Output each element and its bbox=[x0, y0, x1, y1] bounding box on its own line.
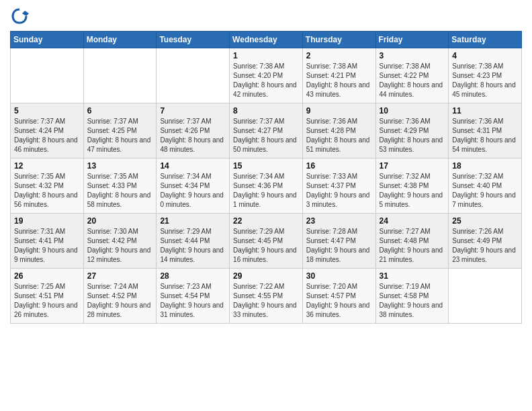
day-info: Sunrise: 7:34 AM Sunset: 4:34 PM Dayligh… bbox=[160, 172, 226, 210]
weekday-header-monday: Monday bbox=[83, 32, 157, 48]
day-info: Sunrise: 7:38 AM Sunset: 4:20 PM Dayligh… bbox=[233, 62, 299, 99]
day-number: 27 bbox=[87, 271, 153, 281]
day-number: 28 bbox=[160, 271, 226, 281]
weekday-header-friday: Friday bbox=[375, 32, 449, 48]
calendar-cell: 25Sunrise: 7:26 AM Sunset: 4:49 PM Dayli… bbox=[449, 214, 522, 269]
day-number: 23 bbox=[306, 216, 372, 226]
calendar-cell: 24Sunrise: 7:27 AM Sunset: 4:48 PM Dayli… bbox=[375, 214, 449, 269]
calendar-cell: 6Sunrise: 7:37 AM Sunset: 4:25 PM Daylig… bbox=[83, 103, 157, 158]
day-number: 20 bbox=[87, 216, 153, 226]
calendar-cell: 29Sunrise: 7:22 AM Sunset: 4:55 PM Dayli… bbox=[230, 269, 303, 324]
day-number: 3 bbox=[380, 51, 445, 60]
calendar-cell: 26Sunrise: 7:25 AM Sunset: 4:51 PM Dayli… bbox=[11, 269, 84, 324]
calendar-cell bbox=[11, 48, 84, 103]
day-number: 19 bbox=[14, 216, 80, 226]
day-info: Sunrise: 7:22 AM Sunset: 4:55 PM Dayligh… bbox=[233, 282, 299, 320]
calendar-cell: 19Sunrise: 7:31 AM Sunset: 4:41 PM Dayli… bbox=[11, 214, 84, 269]
weekday-row: SundayMondayTuesdayWednesdayThursdayFrid… bbox=[11, 32, 522, 48]
day-number: 11 bbox=[452, 106, 518, 116]
calendar-cell: 31Sunrise: 7:19 AM Sunset: 4:58 PM Dayli… bbox=[375, 269, 449, 324]
day-info: Sunrise: 7:38 AM Sunset: 4:23 PM Dayligh… bbox=[452, 62, 518, 99]
day-number: 30 bbox=[306, 271, 372, 281]
calendar-cell: 5Sunrise: 7:37 AM Sunset: 4:24 PM Daylig… bbox=[11, 103, 84, 158]
day-info: Sunrise: 7:31 AM Sunset: 4:41 PM Dayligh… bbox=[14, 227, 80, 265]
weekday-header-sunday: Sunday bbox=[11, 32, 84, 48]
day-info: Sunrise: 7:33 AM Sunset: 4:37 PM Dayligh… bbox=[306, 172, 372, 210]
weekday-header-thursday: Thursday bbox=[302, 32, 375, 48]
calendar-week-4: 19Sunrise: 7:31 AM Sunset: 4:41 PM Dayli… bbox=[11, 214, 522, 269]
day-info: Sunrise: 7:35 AM Sunset: 4:32 PM Dayligh… bbox=[14, 172, 80, 210]
weekday-header-tuesday: Tuesday bbox=[157, 32, 230, 48]
day-info: Sunrise: 7:36 AM Sunset: 4:31 PM Dayligh… bbox=[452, 117, 518, 154]
day-number: 4 bbox=[452, 51, 518, 60]
logo-icon bbox=[10, 7, 29, 26]
calendar-body: 1Sunrise: 7:38 AM Sunset: 4:20 PM Daylig… bbox=[11, 48, 522, 324]
day-info: Sunrise: 7:26 AM Sunset: 4:49 PM Dayligh… bbox=[452, 227, 518, 265]
day-info: Sunrise: 7:37 AM Sunset: 4:25 PM Dayligh… bbox=[87, 117, 153, 154]
day-number: 17 bbox=[380, 161, 445, 171]
day-info: Sunrise: 7:29 AM Sunset: 4:44 PM Dayligh… bbox=[160, 227, 226, 265]
calendar-week-1: 1Sunrise: 7:38 AM Sunset: 4:20 PM Daylig… bbox=[11, 48, 522, 103]
calendar-cell: 3Sunrise: 7:38 AM Sunset: 4:22 PM Daylig… bbox=[375, 48, 449, 103]
day-info: Sunrise: 7:32 AM Sunset: 4:40 PM Dayligh… bbox=[452, 172, 518, 210]
calendar-cell: 2Sunrise: 7:38 AM Sunset: 4:21 PM Daylig… bbox=[302, 48, 375, 103]
day-info: Sunrise: 7:24 AM Sunset: 4:52 PM Dayligh… bbox=[87, 282, 153, 320]
day-info: Sunrise: 7:29 AM Sunset: 4:45 PM Dayligh… bbox=[233, 227, 299, 265]
calendar-cell: 21Sunrise: 7:29 AM Sunset: 4:44 PM Dayli… bbox=[157, 214, 230, 269]
day-info: Sunrise: 7:27 AM Sunset: 4:48 PM Dayligh… bbox=[380, 227, 445, 265]
day-number: 15 bbox=[233, 161, 299, 171]
day-number: 31 bbox=[380, 271, 445, 281]
day-number: 9 bbox=[306, 106, 372, 116]
day-info: Sunrise: 7:38 AM Sunset: 4:22 PM Dayligh… bbox=[380, 62, 445, 99]
calendar-cell: 16Sunrise: 7:33 AM Sunset: 4:37 PM Dayli… bbox=[302, 158, 375, 214]
page: SundayMondayTuesdayWednesdayThursdayFrid… bbox=[0, 0, 532, 411]
calendar-week-5: 26Sunrise: 7:25 AM Sunset: 4:51 PM Dayli… bbox=[11, 269, 522, 324]
day-number: 29 bbox=[233, 271, 299, 281]
day-number: 8 bbox=[233, 106, 299, 116]
day-number: 18 bbox=[452, 161, 518, 171]
logo bbox=[10, 7, 32, 26]
day-number: 24 bbox=[380, 216, 445, 226]
day-number: 10 bbox=[380, 106, 445, 116]
day-number: 12 bbox=[14, 161, 80, 171]
day-number: 21 bbox=[160, 216, 226, 226]
day-number: 22 bbox=[233, 216, 299, 226]
day-info: Sunrise: 7:36 AM Sunset: 4:28 PM Dayligh… bbox=[306, 117, 372, 154]
day-info: Sunrise: 7:23 AM Sunset: 4:54 PM Dayligh… bbox=[160, 282, 226, 320]
day-number: 7 bbox=[160, 106, 226, 116]
calendar-cell: 23Sunrise: 7:28 AM Sunset: 4:47 PM Dayli… bbox=[302, 214, 375, 269]
day-info: Sunrise: 7:36 AM Sunset: 4:29 PM Dayligh… bbox=[380, 117, 445, 154]
day-info: Sunrise: 7:37 AM Sunset: 4:26 PM Dayligh… bbox=[160, 117, 226, 154]
calendar-cell: 11Sunrise: 7:36 AM Sunset: 4:31 PM Dayli… bbox=[449, 103, 522, 158]
day-info: Sunrise: 7:25 AM Sunset: 4:51 PM Dayligh… bbox=[14, 282, 80, 320]
calendar-cell: 4Sunrise: 7:38 AM Sunset: 4:23 PM Daylig… bbox=[449, 48, 522, 103]
weekday-header-saturday: Saturday bbox=[449, 32, 522, 48]
calendar-cell: 17Sunrise: 7:32 AM Sunset: 4:38 PM Dayli… bbox=[375, 158, 449, 214]
calendar-cell: 20Sunrise: 7:30 AM Sunset: 4:42 PM Dayli… bbox=[83, 214, 157, 269]
calendar-cell bbox=[83, 48, 157, 103]
calendar-cell: 22Sunrise: 7:29 AM Sunset: 4:45 PM Dayli… bbox=[230, 214, 303, 269]
calendar-header: SundayMondayTuesdayWednesdayThursdayFrid… bbox=[11, 32, 522, 48]
day-info: Sunrise: 7:28 AM Sunset: 4:47 PM Dayligh… bbox=[306, 227, 372, 265]
calendar-cell: 15Sunrise: 7:34 AM Sunset: 4:36 PM Dayli… bbox=[230, 158, 303, 214]
calendar: SundayMondayTuesdayWednesdayThursdayFrid… bbox=[10, 31, 522, 324]
calendar-cell: 27Sunrise: 7:24 AM Sunset: 4:52 PM Dayli… bbox=[83, 269, 157, 324]
header bbox=[10, 7, 522, 26]
calendar-cell bbox=[449, 269, 522, 324]
calendar-cell: 30Sunrise: 7:20 AM Sunset: 4:57 PM Dayli… bbox=[302, 269, 375, 324]
day-info: Sunrise: 7:37 AM Sunset: 4:24 PM Dayligh… bbox=[14, 117, 80, 154]
day-info: Sunrise: 7:30 AM Sunset: 4:42 PM Dayligh… bbox=[87, 227, 153, 265]
calendar-cell: 8Sunrise: 7:37 AM Sunset: 4:27 PM Daylig… bbox=[230, 103, 303, 158]
day-number: 5 bbox=[14, 106, 80, 116]
day-number: 13 bbox=[87, 161, 153, 171]
calendar-cell bbox=[157, 48, 230, 103]
calendar-cell: 13Sunrise: 7:35 AM Sunset: 4:33 PM Dayli… bbox=[83, 158, 157, 214]
day-info: Sunrise: 7:20 AM Sunset: 4:57 PM Dayligh… bbox=[306, 282, 372, 320]
day-number: 25 bbox=[452, 216, 518, 226]
calendar-cell: 18Sunrise: 7:32 AM Sunset: 4:40 PM Dayli… bbox=[449, 158, 522, 214]
day-number: 1 bbox=[233, 51, 299, 60]
calendar-cell: 7Sunrise: 7:37 AM Sunset: 4:26 PM Daylig… bbox=[157, 103, 230, 158]
day-info: Sunrise: 7:19 AM Sunset: 4:58 PM Dayligh… bbox=[380, 282, 445, 320]
calendar-cell: 28Sunrise: 7:23 AM Sunset: 4:54 PM Dayli… bbox=[157, 269, 230, 324]
day-number: 16 bbox=[306, 161, 372, 171]
